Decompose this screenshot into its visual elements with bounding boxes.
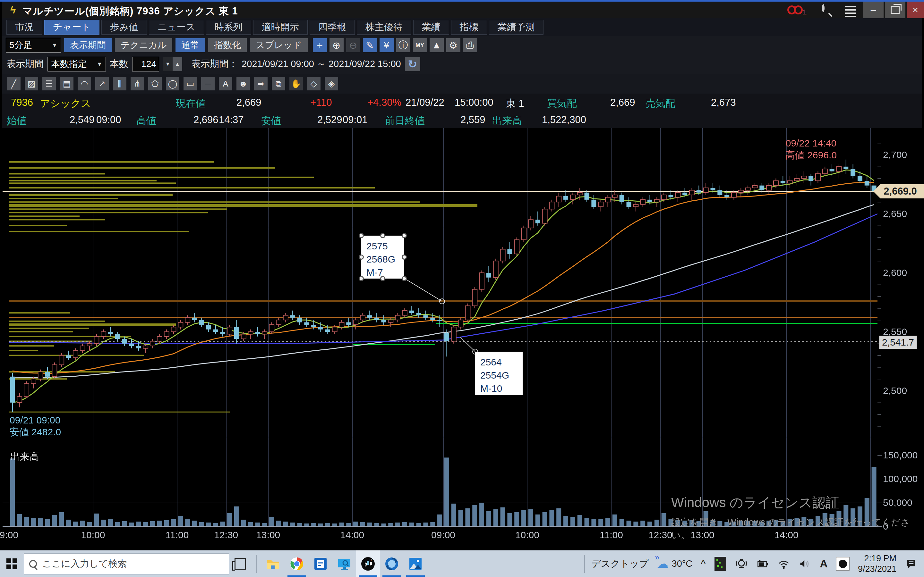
action-center-icon[interactable] <box>905 556 918 571</box>
rectangle-tool-icon[interactable]: ▭ <box>184 77 197 90</box>
fibo-arcs-tool-icon[interactable]: ◠ <box>78 77 91 90</box>
taskbar-separator <box>256 555 257 573</box>
sync-app-taskbar-button[interactable] <box>380 550 404 577</box>
interval-dropdown[interactable]: 5分足▼ <box>6 38 61 53</box>
copy-object-tool-icon[interactable]: ⧉ <box>272 77 285 90</box>
selection-handle[interactable] <box>380 233 385 238</box>
count-increment-button[interactable]: ▲ <box>173 57 182 71</box>
yen-axis-icon[interactable]: ¥ <box>380 38 394 52</box>
pitchfork-tool-icon[interactable]: ⋔ <box>131 77 144 90</box>
tab-四季報[interactable]: 四季報 <box>310 20 355 35</box>
count-decrement-button[interactable]: ▼ <box>163 57 173 71</box>
selection-handle[interactable] <box>359 276 364 281</box>
stock-ticker-tray-icon[interactable] <box>714 556 727 571</box>
camera-tray-icon[interactable] <box>735 556 748 571</box>
pointer-tool-icon[interactable]: ➦ <box>254 77 268 90</box>
tab-業績予測[interactable]: 業績予測 <box>489 20 543 35</box>
photos-app-taskbar-button[interactable] <box>404 550 427 577</box>
settings-wrench-icon[interactable]: ⚙ <box>446 38 460 52</box>
reload-icon[interactable]: ↻ <box>405 57 420 71</box>
tab-指標[interactable]: 指標 <box>451 20 487 35</box>
taskbar-search-input[interactable]: ここに入力して検索 <box>24 553 229 574</box>
low-label: 安値 <box>261 114 281 127</box>
weather-widget[interactable]: ☁ 30°C <box>657 557 693 571</box>
minimize-button[interactable]: – <box>863 2 884 18</box>
selection-handle[interactable] <box>402 276 407 281</box>
ellipse-tool-icon[interactable]: ◯ <box>166 77 179 90</box>
trendline-tool-icon[interactable]: ╱ <box>7 77 21 90</box>
normal-button[interactable]: 通常 <box>176 38 205 52</box>
search-icon[interactable] <box>822 5 825 11</box>
tab-ニュース[interactable]: ニュース <box>149 20 204 35</box>
mountain-chart-icon[interactable]: ▲ <box>430 38 444 52</box>
tab-業績[interactable]: 業績 <box>413 20 449 35</box>
zoom-in-icon[interactable]: ⊕ <box>330 38 344 52</box>
tab-株主優待[interactable]: 株主優待 <box>357 20 411 35</box>
tab-適時開示[interactable]: 適時開示 <box>253 20 308 35</box>
zoom-out-icon[interactable]: ⊖ <box>346 38 360 52</box>
crosshair-icon[interactable]: ＋ <box>313 38 327 52</box>
period-mode-dropdown[interactable]: 本数指定▼ <box>47 57 106 71</box>
text-tool-icon[interactable]: A <box>219 77 232 90</box>
taskbar-clock[interactable]: 2:19 PM 9/23/2021 <box>858 553 897 574</box>
menu-hamburger-icon[interactable] <box>845 6 856 11</box>
my-chart-icon[interactable]: MY <box>413 38 427 52</box>
current-price-tag: 2,669.0 <box>873 184 924 198</box>
erase-all-tool-icon[interactable]: ◈ <box>325 77 338 90</box>
horizontal-lines-tool-icon[interactable]: ☰ <box>42 77 56 90</box>
eraser-tool-icon[interactable]: ◇ <box>307 77 320 90</box>
tab-時系列[interactable]: 時系列 <box>206 20 251 35</box>
time-axis-label: 9:00 <box>0 530 18 540</box>
ime-language-icon[interactable]: A <box>820 558 828 570</box>
icon-stamp-tool-icon[interactable]: ☻ <box>236 77 250 90</box>
toolbar-overflow-chevrons[interactable]: » <box>655 552 659 562</box>
info-icon[interactable]: ⓘ <box>396 38 410 52</box>
low-annotation: 09/21 09:00 安値 2482.0 <box>10 414 61 438</box>
battery-tray-icon[interactable] <box>756 556 769 571</box>
restore-button[interactable] <box>885 2 905 18</box>
bar-count-input[interactable] <box>132 57 159 71</box>
quote-time: 15:00:00 <box>455 97 493 108</box>
file-explorer-taskbar-button[interactable] <box>261 550 285 577</box>
selection-handle[interactable] <box>402 233 407 238</box>
selection-handle[interactable] <box>359 233 364 238</box>
indexed-button[interactable]: 指数化 <box>208 38 247 52</box>
fibo-retracement-tool-icon[interactable]: ▤ <box>60 77 73 90</box>
tab-市況[interactable]: 市況 <box>6 20 42 35</box>
link-group-icon[interactable]: 1 <box>787 5 806 16</box>
start-button[interactable] <box>0 550 24 577</box>
horizontal-segment-tool-icon[interactable]: ─ <box>201 77 215 90</box>
time-zones-tool-icon[interactable]: ⫼ <box>113 77 126 90</box>
mail-app-taskbar-button[interactable] <box>309 550 333 577</box>
search-monitor-app-taskbar-button[interactable] <box>333 550 356 577</box>
pentagon-tool-icon[interactable]: ⬠ <box>148 77 162 90</box>
technical-button[interactable]: テクニカル <box>115 38 172 52</box>
candlestick-chart-canvas[interactable] <box>0 128 924 549</box>
draw-pencil-icon[interactable]: ✎ <box>363 38 377 52</box>
task-view-button[interactable] <box>229 550 252 577</box>
drawn-note-selected[interactable]: 2575 2568G M-7 <box>361 235 404 279</box>
spread-button[interactable]: スプレッド <box>250 38 307 52</box>
speaker-tray-icon[interactable] <box>798 556 811 571</box>
chart-area[interactable]: 2,7002,6502,6002,5502,500150,000100,0005… <box>0 128 924 549</box>
selection-handle[interactable] <box>359 255 364 259</box>
tab-チャート[interactable]: チャート <box>44 20 99 35</box>
display-period-button[interactable]: 表示期間 <box>64 38 111 52</box>
drawn-note[interactable]: 2564 2554G M-10 <box>475 351 523 395</box>
tab-歩み値[interactable]: 歩み値 <box>102 20 147 35</box>
ime-mode-icon[interactable] <box>836 557 850 571</box>
selection-handle[interactable] <box>402 255 407 259</box>
change-percent: +4.30% <box>367 97 401 108</box>
close-button[interactable]: × <box>907 2 924 18</box>
selection-handle[interactable] <box>380 276 385 281</box>
hand-tool-icon[interactable]: ✋ <box>289 77 303 90</box>
print-icon[interactable]: ⎙ <box>463 38 477 52</box>
desktop-toolbar[interactable]: デスクトップ » <box>584 555 648 573</box>
time-axis-label: 12:30 <box>214 530 238 540</box>
wifi-tray-icon[interactable] <box>777 556 790 571</box>
trading-app-taskbar-button[interactable]: R <box>356 550 380 577</box>
fan-lines-tool-icon[interactable]: ↗ <box>95 77 109 90</box>
chrome-taskbar-button[interactable] <box>285 550 309 577</box>
parallel-lines-tool-icon[interactable]: ▨ <box>25 77 38 90</box>
hidden-icons-chevron[interactable]: ^ <box>701 558 706 570</box>
